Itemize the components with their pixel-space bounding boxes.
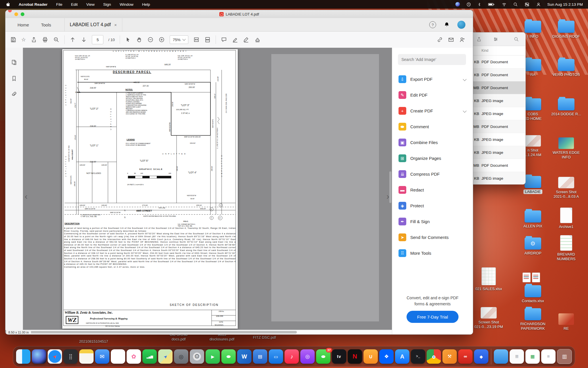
control-center-icon[interactable] [524, 2, 530, 7]
menu-view[interactable]: View [86, 2, 95, 7]
print-icon[interactable] [42, 37, 48, 43]
dock-mail-icon[interactable]: ✉ [95, 349, 109, 364]
battery-icon[interactable] [488, 2, 495, 7]
dock-documents-stack-icon[interactable]: ≣ [510, 349, 524, 364]
help-icon[interactable]: ? [429, 21, 436, 28]
notifications-bell-icon[interactable] [444, 22, 450, 28]
dock-stocks-icon[interactable]: ▂▄▆ [142, 349, 157, 364]
desktop-icon-brevard-numbers[interactable]: BREVARD NUMBERS [549, 235, 583, 261]
add-user-icon[interactable] [459, 37, 465, 43]
tool-more-tools[interactable]: ⠿More Tools [392, 245, 473, 261]
dock-preview-icon[interactable]: ▤ [253, 349, 267, 364]
next-page-icon[interactable] [81, 37, 87, 43]
menu-help[interactable]: Help [142, 2, 150, 7]
vertical-scrollbar[interactable] [389, 171, 391, 203]
previous-page-chevron[interactable]: ‹ [25, 191, 28, 201]
desktop-icon-contacts-xlsx[interactable]: Contacts.xlsx [516, 285, 550, 303]
dock-terminal-icon[interactable]: >_ [411, 349, 425, 364]
tool-redact[interactable]: ▬Redact [392, 182, 473, 198]
attachments-paperclip-icon[interactable] [11, 91, 17, 98]
dock-downloads-stack-icon[interactable] [494, 349, 508, 364]
document-area[interactable]: U N P L A T T E D – W I N T E R B E A C … [23, 48, 392, 330]
select-tool-icon[interactable] [125, 37, 131, 43]
desktop-icon-waters-edge[interactable]: WATERS EDGE INFO [549, 137, 583, 160]
user-switch-icon[interactable] [536, 2, 541, 7]
save-icon[interactable] [10, 37, 16, 43]
desktop-icon-2014-dodge[interactable]: 2014 DODGE R... [549, 98, 583, 116]
desktop-icon-richardson[interactable]: RICHARDSON PAPERWORK [516, 308, 550, 331]
dock-chat-icon[interactable]: ⬬37 [316, 349, 330, 364]
tool-compress-pdf[interactable]: ⇊Compress PDF [392, 166, 473, 182]
menu-sign[interactable]: Sign [103, 2, 111, 7]
desktop-icon-re[interactable]: RE [549, 313, 583, 331]
close-tab-icon[interactable]: × [114, 22, 117, 27]
time-machine-icon[interactable] [466, 2, 471, 7]
zoom-level-select[interactable]: 75% [170, 35, 188, 44]
page-thumbnails-icon[interactable] [11, 59, 17, 66]
dock-tv-icon[interactable]: tv [332, 349, 346, 364]
dock-books-icon[interactable]: ∪ [363, 349, 378, 364]
dock-chrome-icon[interactable]: ● [427, 349, 441, 364]
email-icon[interactable] [448, 37, 454, 43]
dock-word-icon[interactable]: W [237, 349, 252, 364]
dock-finder-icon[interactable] [16, 349, 30, 364]
tool-combine-files[interactable]: ▣Combine Files [392, 135, 473, 150]
desktop-label-20210815104517[interactable]: 20210815104517 [71, 339, 117, 344]
menu-bar-clock[interactable]: Sun Aug 15 2:13 PM [547, 2, 583, 7]
text-file-icons[interactable] [523, 273, 543, 282]
apple-logo-icon[interactable] [6, 2, 10, 7]
dock-sheet-stack-icon[interactable]: ▦ [525, 349, 540, 364]
dock-music-icon[interactable]: ♪ [285, 349, 299, 364]
account-avatar[interactable] [457, 21, 465, 29]
stamp-icon[interactable] [254, 37, 261, 43]
highlighter-icon[interactable] [232, 37, 238, 43]
desktop-icon-archive1[interactable]: Archive1 [549, 208, 583, 229]
desktop-icon-sales-xlsx[interactable]: 021 SALES.xlsx [471, 267, 506, 291]
dock-photos-icon[interactable]: ✿ [127, 349, 141, 364]
marquee-zoom-icon[interactable] [53, 37, 59, 43]
desktop-icon-screenshot-803[interactable]: Screen Shot 2021-0...8.03 A [549, 177, 583, 199]
menu-file[interactable]: File [56, 2, 63, 7]
bookmarks-icon[interactable] [11, 75, 17, 82]
search-input[interactable] [398, 54, 466, 65]
sign-pen-icon[interactable] [243, 37, 249, 43]
zoom-out-icon[interactable] [147, 37, 154, 43]
dock-maps-icon[interactable]: ➤ [158, 349, 173, 364]
dock-podcasts-icon[interactable]: ◎ [300, 349, 315, 364]
dock-calendar-icon[interactable]: AUG15 [111, 349, 125, 364]
desktop-icon-diggins-roof[interactable]: DIGGINS ROOF [549, 21, 583, 39]
trash-icon[interactable]: ▥ [557, 349, 572, 364]
dock-dropbox-icon[interactable]: ❖ [379, 349, 394, 364]
dock-keynote-icon[interactable]: ▭ [269, 349, 283, 364]
desktop-icon-screenshot-2319[interactable]: Screen Shot 021-0...23.19 PM [471, 307, 506, 329]
tool-comment[interactable]: ⬬Comment [392, 119, 473, 135]
tool-fill-sign[interactable]: ✒Fill & Sign [392, 214, 473, 229]
hand-tool-icon[interactable] [136, 37, 142, 43]
tool-send-for-comments[interactable]: ➤Send for Comments [392, 229, 473, 245]
desktop-icon-allen-pix[interactable]: ALLEN PIX [516, 210, 550, 229]
desktop-icon-airdrop[interactable]: AIRDROP [516, 237, 550, 256]
tool-export-pdf[interactable]: ⇩Export PDF [392, 71, 473, 87]
dock-messages-icon[interactable]: ⬬ [221, 349, 236, 364]
scrollbar-thumb[interactable] [29, 331, 297, 334]
dock-siri-icon[interactable] [32, 349, 46, 364]
desktop-icon-vero-photos[interactable]: VERO PHOTOS [549, 59, 583, 77]
acrobat-window[interactable]: LABADIE LOT 4.pdf Home Tools LABADIE LOT… [5, 10, 473, 335]
dock-facetime-icon[interactable]: ▶ [206, 349, 220, 364]
tool-organize-pages[interactable]: ⊞Organize Pages [392, 150, 473, 166]
group-icon[interactable] [493, 37, 498, 42]
siri-icon[interactable] [455, 2, 460, 7]
comment-icon[interactable] [221, 37, 227, 43]
search-icon[interactable] [514, 37, 519, 42]
wifi-icon[interactable] [502, 2, 507, 7]
chevron-down-icon[interactable] [463, 77, 467, 81]
dock-blue-app-icon[interactable]: ◆ [474, 349, 488, 364]
next-page-chevron[interactable]: › [386, 191, 389, 201]
zoom-in-icon[interactable] [158, 37, 165, 43]
menu-edit[interactable]: Edit [71, 2, 78, 7]
tool-create-pdf[interactable]: +Create PDF [392, 103, 473, 119]
tool-edit-pdf[interactable]: ✎Edit PDF [392, 87, 473, 103]
previous-page-icon[interactable] [69, 37, 76, 43]
chevron-down-icon[interactable] [463, 109, 467, 113]
page-number-input[interactable] [92, 35, 103, 44]
